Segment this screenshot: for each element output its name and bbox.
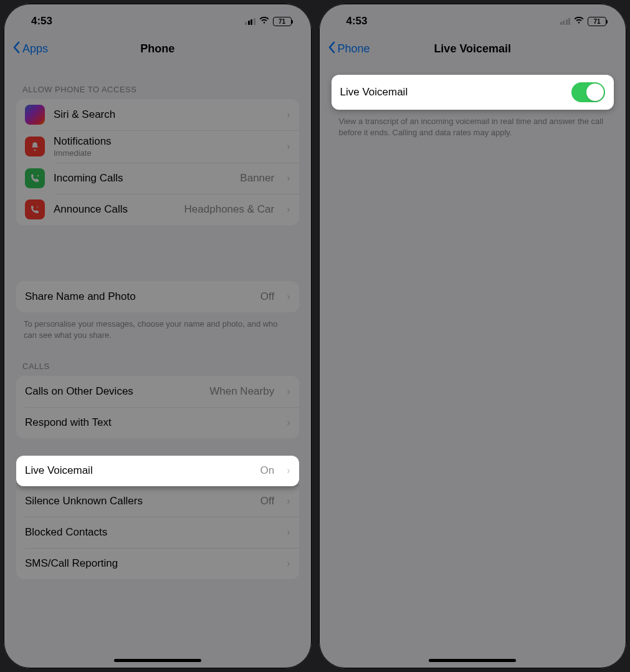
home-indicator[interactable] [429, 659, 516, 662]
chevron-right-icon: › [287, 109, 290, 120]
row-respond-with-text[interactable]: Respond with Text › [16, 407, 299, 438]
row-label: Live Voicemail [25, 464, 251, 477]
nav-bar: Phone Live Voicemail [319, 34, 627, 64]
status-bar: 4:53 71 [4, 4, 312, 34]
live-voicemail-toggle[interactable] [571, 82, 605, 102]
row-notifications[interactable]: Notifications Immediate › [16, 130, 299, 163]
phone-incoming-icon [25, 168, 45, 188]
page-title: Phone [4, 42, 312, 55]
row-sms-call-reporting[interactable]: SMS/Call Reporting › [16, 548, 299, 579]
live-voicemail-group: Live Voicemail [332, 75, 614, 110]
chevron-left-icon [328, 41, 335, 57]
row-detail: On [260, 464, 274, 477]
row-label: Blocked Contacts [25, 526, 274, 539]
row-silence-unknown-callers[interactable]: Silence Unknown Callers Off › [16, 486, 299, 517]
section-header-access: ALLOW PHONE TO ACCESS [16, 64, 299, 99]
row-label: Announce Calls [54, 203, 176, 216]
status-bar: 4:53 71 [319, 4, 627, 34]
row-share-name-photo[interactable]: Share Name and Photo Off › [16, 281, 299, 312]
row-sublabel: Immediate [54, 148, 274, 158]
section-header-calls: CALLS [16, 340, 299, 376]
row-blocked-contacts[interactable]: Blocked Contacts › [16, 517, 299, 548]
bell-icon [25, 137, 45, 156]
wifi-icon [259, 16, 269, 26]
chevron-right-icon: › [287, 465, 290, 476]
back-label: Phone [338, 42, 370, 55]
share-footer: To personalise your messages, choose you… [16, 312, 299, 340]
calls-group-2: Live Voicemail On › Silence Unknown Call… [16, 456, 299, 579]
row-label: Live Voicemail [340, 86, 563, 98]
row-detail: Banner [240, 172, 274, 185]
cellular-icon [560, 18, 571, 25]
back-button[interactable]: Phone [328, 41, 370, 57]
row-label: Siri & Search [54, 108, 274, 121]
share-group: Share Name and Photo Off › [16, 281, 299, 312]
nav-bar: Apps Phone [4, 34, 312, 64]
chevron-right-icon: › [287, 558, 290, 569]
row-calls-other-devices[interactable]: Calls on Other Devices When Nearby › [16, 376, 299, 407]
chevron-right-icon: › [287, 204, 290, 215]
back-label: Apps [22, 42, 48, 55]
status-icons: 71 [560, 16, 607, 26]
row-label: Calls on Other Devices [25, 385, 201, 398]
live-voicemail-footer: View a transcript of an incoming voicema… [332, 110, 614, 138]
siri-icon [25, 105, 45, 125]
home-indicator[interactable] [114, 659, 201, 662]
row-live-voicemail-toggle: Live Voicemail [332, 75, 614, 110]
wifi-icon [574, 16, 584, 26]
chevron-right-icon: › [287, 527, 290, 538]
left-screenshot: 4:53 71 Apps Phone ALLOW PHONE TO A [4, 4, 312, 668]
access-group: Siri & Search › Notifications Immediate … [16, 99, 299, 225]
row-label: Incoming Calls [54, 172, 231, 185]
row-detail: Off [260, 290, 274, 303]
right-screenshot: 4:53 71 Phone Live Voicemail [319, 4, 627, 668]
row-label: Notifications [54, 135, 274, 148]
chevron-right-icon: › [287, 173, 290, 184]
cellular-icon [245, 18, 255, 25]
chevron-right-icon: › [287, 417, 290, 428]
row-label: Respond with Text [25, 416, 274, 429]
row-live-voicemail[interactable]: Live Voicemail On › [16, 456, 299, 486]
row-detail: When Nearby [209, 385, 274, 398]
calls-group-1: Calls on Other Devices When Nearby › Res… [16, 376, 299, 438]
chevron-left-icon [12, 41, 20, 57]
chevron-right-icon: › [287, 141, 290, 152]
chevron-right-icon: › [287, 291, 290, 302]
row-label: Silence Unknown Callers [25, 495, 252, 507]
status-time: 4:53 [346, 15, 368, 27]
status-icons: 71 [245, 16, 292, 26]
chevron-right-icon: › [287, 386, 290, 397]
status-time: 4:53 [31, 15, 52, 27]
battery-icon: 71 [273, 17, 292, 26]
chevron-right-icon: › [287, 496, 290, 507]
row-detail: Off [260, 495, 274, 507]
row-siri-search[interactable]: Siri & Search › [16, 99, 299, 130]
row-detail: Headphones & Car [184, 203, 275, 216]
phone-wave-icon [25, 199, 45, 219]
row-label: SMS/Call Reporting [25, 557, 274, 570]
row-announce-calls[interactable]: Announce Calls Headphones & Car › [16, 194, 299, 225]
row-incoming-calls[interactable]: Incoming Calls Banner › [16, 163, 299, 194]
battery-icon: 71 [588, 17, 606, 26]
toggle-knob [586, 84, 604, 101]
back-button[interactable]: Apps [12, 41, 48, 57]
row-label: Share Name and Photo [25, 290, 252, 303]
